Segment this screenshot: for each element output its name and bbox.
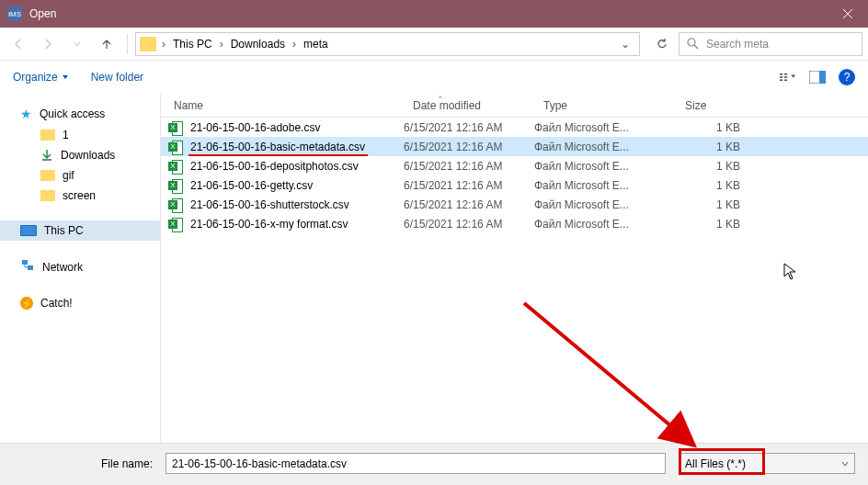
close-button[interactable] (827, 0, 868, 28)
file-row[interactable]: 21-06-15-00-16-shutterstock.csv6/15/2021… (161, 195, 868, 214)
column-type[interactable]: Type (531, 99, 672, 112)
sidebar-item-screen[interactable]: screen (0, 186, 160, 206)
chevron-right-icon[interactable]: › (220, 38, 223, 51)
up-button[interactable] (94, 31, 120, 57)
excel-icon (168, 178, 183, 193)
column-headers: Name ⌃ Date modified Type Size (161, 94, 868, 118)
file-row[interactable]: 21-06-15-00-16-getty.csv6/15/2021 12:16 … (161, 175, 868, 195)
sidebar-item-1[interactable]: 1 (0, 125, 160, 145)
file-name: 21-06-15-00-16-adobe.csv (187, 121, 404, 134)
downloads-icon (40, 149, 53, 162)
file-size: 1 KB (676, 160, 777, 173)
file-name: 21-06-15-00-16-basic-metadata.csv (187, 141, 404, 153)
navigation-bar: › This PC › Downloads › meta ⌄ (0, 28, 868, 61)
sidebar-item-downloads[interactable]: Downloads (0, 145, 160, 165)
back-button[interactable] (6, 31, 31, 57)
sidebar-catch[interactable]: ⚡ Catch! (0, 293, 160, 313)
file-date: 6/15/2021 12:16 AM (404, 218, 534, 231)
filter-label: All Files (*.*) (685, 457, 746, 470)
file-row[interactable]: 21-06-15-00-16-basic-metadata.csv6/15/20… (161, 137, 868, 156)
file-size: 1 KB (676, 218, 777, 231)
sidebar-label: Network (42, 261, 83, 274)
sidebar-label: screen (63, 189, 96, 202)
file-date: 6/15/2021 12:16 AM (404, 179, 534, 192)
svg-rect-10 (28, 265, 33, 270)
file-list: 21-06-15-00-16-adobe.csv6/15/2021 12:16 … (161, 118, 868, 233)
file-date: 6/15/2021 12:16 AM (404, 121, 534, 134)
folder-icon (40, 130, 55, 141)
sidebar-quick-access[interactable]: ★ Quick access (0, 103, 160, 125)
footer: File name: All Files (*.*) Open Cancel (0, 443, 868, 485)
star-icon: ★ (20, 107, 32, 121)
file-type: Файл Microsoft E... (534, 179, 676, 192)
sidebar-item-gif[interactable]: gif (0, 165, 160, 186)
svg-rect-4 (784, 73, 787, 75)
sidebar-label: This PC (44, 224, 84, 237)
app-icon: IMS (7, 6, 22, 21)
recent-dropdown[interactable] (64, 31, 90, 57)
file-type: Файл Microsoft E... (534, 141, 676, 153)
window-title: Open (29, 7, 827, 20)
file-name: 21-06-15-00-16-getty.csv (187, 179, 404, 192)
help-button[interactable]: ? (839, 69, 855, 85)
pc-icon (20, 225, 37, 236)
sidebar-label: Catch! (40, 297, 73, 310)
breadcrumb-this-pc[interactable]: This PC (167, 38, 218, 51)
folder-icon (40, 170, 55, 181)
search-box[interactable] (679, 32, 862, 56)
new-folder-button[interactable]: New folder (91, 71, 143, 84)
dialog-body: ★ Quick access 1 Downloads gif screen Th… (0, 94, 868, 443)
titlebar: IMS Open (0, 0, 868, 28)
chevron-right-icon[interactable]: › (162, 38, 166, 51)
file-row[interactable]: 21-06-15-00-16-depositphotos.csv6/15/202… (161, 156, 868, 175)
svg-rect-2 (780, 76, 782, 78)
excel-icon (168, 197, 183, 212)
file-size: 1 KB (676, 141, 777, 153)
sidebar-label: Downloads (61, 149, 115, 162)
file-row[interactable]: 21-06-15-00-16-x-my format.csv6/15/2021 … (161, 214, 868, 233)
filename-input[interactable] (166, 453, 666, 474)
catch-icon: ⚡ (20, 297, 33, 310)
sidebar-network[interactable]: Network (0, 255, 160, 278)
svg-point-0 (688, 39, 695, 46)
svg-rect-8 (819, 71, 826, 84)
file-type: Файл Microsoft E... (534, 218, 676, 231)
file-name: 21-06-15-00-16-depositphotos.csv (187, 160, 404, 173)
search-input[interactable] (706, 38, 854, 51)
chevron-down-icon[interactable]: ⌄ (621, 38, 630, 51)
svg-rect-6 (784, 79, 787, 81)
breadcrumb-meta[interactable]: meta (298, 38, 334, 51)
preview-pane-button[interactable] (809, 69, 826, 85)
excel-icon (168, 159, 183, 174)
separator (127, 34, 128, 54)
file-type-filter[interactable]: All Files (*.*) (679, 453, 855, 474)
network-icon (20, 259, 35, 275)
file-date: 6/15/2021 12:16 AM (404, 141, 534, 153)
view-options-button[interactable] (780, 69, 796, 85)
file-row[interactable]: 21-06-15-00-16-adobe.csv6/15/2021 12:16 … (161, 118, 868, 137)
address-bar[interactable]: › This PC › Downloads › meta ⌄ (135, 32, 640, 56)
svg-rect-9 (22, 260, 28, 265)
organize-label: Organize (13, 71, 58, 84)
refresh-button[interactable] (649, 31, 675, 57)
column-size[interactable]: Size (672, 99, 773, 112)
organize-menu[interactable]: Organize (13, 71, 69, 84)
sort-indicator-icon: ⌃ (437, 95, 444, 104)
file-size: 1 KB (676, 179, 777, 192)
search-icon (687, 38, 699, 50)
sidebar-label: 1 (63, 129, 69, 141)
file-name: 21-06-15-00-16-shutterstock.csv (187, 198, 404, 211)
column-name[interactable]: Name (161, 99, 400, 112)
file-type: Файл Microsoft E... (534, 121, 676, 134)
breadcrumb-downloads[interactable]: Downloads (225, 38, 291, 51)
sidebar: ★ Quick access 1 Downloads gif screen Th… (0, 94, 161, 443)
forward-button[interactable] (35, 31, 61, 57)
column-date[interactable]: Date modified (400, 99, 531, 112)
folder-icon (140, 37, 156, 51)
sidebar-this-pc[interactable]: This PC (0, 220, 160, 241)
chevron-right-icon[interactable]: › (292, 38, 296, 51)
svg-rect-3 (780, 79, 782, 81)
annotation-underline (188, 154, 368, 156)
svg-rect-1 (780, 73, 782, 75)
excel-icon (168, 120, 183, 135)
